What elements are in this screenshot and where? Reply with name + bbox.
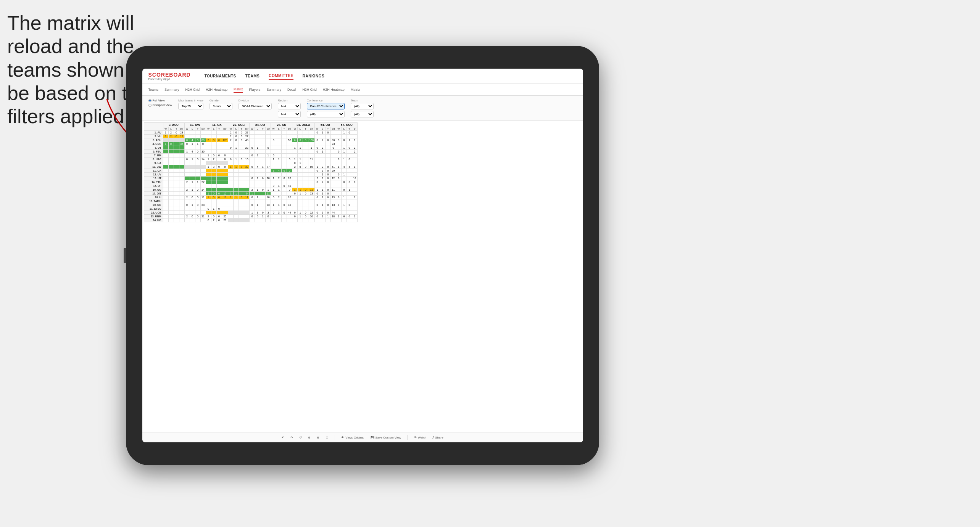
matrix-cell [179, 150, 184, 154]
nav-tournaments[interactable]: TOURNAMENTS [205, 72, 236, 80]
matrix-cell: 23 [330, 142, 336, 146]
matrix-cell [282, 157, 287, 161]
redo-button[interactable]: ↷ [290, 436, 293, 439]
matrix-cell: 1 [320, 188, 325, 192]
sub-tab-h2h-heatmap[interactable]: H2H Heatmap [206, 87, 227, 93]
matrix-cell: 2 [250, 188, 255, 192]
matrix-cell [336, 135, 341, 138]
matrix-cell [276, 146, 282, 150]
sub-tab-h2h-heatmap2[interactable]: H2H Heatmap [323, 87, 345, 93]
matrix-cell [168, 180, 174, 184]
matrix-cell [168, 150, 174, 154]
team-select[interactable]: (All) [351, 103, 374, 109]
full-view-radio[interactable] [148, 99, 152, 102]
matrix-cell [179, 161, 184, 165]
full-view-option[interactable]: Full View [148, 99, 172, 102]
matrix-cell [250, 199, 255, 203]
sub-tab-summary[interactable]: Summary [164, 87, 179, 93]
matrix-cell [211, 131, 216, 135]
gender-select[interactable]: Men's [210, 103, 232, 109]
team-select2[interactable]: (All) [351, 111, 374, 117]
matrix-cell [325, 161, 330, 165]
undo-button[interactable]: ↶ [282, 436, 284, 439]
region-select2[interactable]: N/A [278, 111, 301, 117]
matrix-container[interactable]: 3. ASU 10. UW 11. UA 22. UCB 24. UO 27. … [142, 121, 583, 432]
matrix-cell [222, 161, 228, 165]
matrix-cell [336, 184, 341, 188]
matrix-cell: 1 [292, 146, 298, 150]
matrix-cell: 0 [266, 146, 271, 150]
sub-tab-teams[interactable]: Teams [148, 87, 159, 93]
matrix-cell [347, 211, 352, 215]
table-row: 2. VU1201220027 [144, 135, 357, 138]
sub-tab-summary2[interactable]: Summary [267, 87, 282, 93]
matrix-cell [174, 219, 179, 222]
division-select[interactable]: NCAA Division I [239, 103, 272, 109]
matrix-cell [325, 135, 330, 138]
zoom-out-button[interactable]: ⊖ [308, 436, 311, 439]
table-row: 3. ASU0408050012020048052600160020803011 [144, 138, 357, 142]
compact-view-radio[interactable] [148, 104, 152, 107]
sub-tab-h2h-grid2[interactable]: H2H Grid [302, 87, 317, 93]
matrix-cell [163, 138, 168, 142]
osu-w: W [336, 127, 341, 131]
matrix-cell [234, 215, 239, 219]
matrix-cell [216, 184, 222, 188]
matrix-cell: 1 [163, 135, 168, 138]
matrix-cell [255, 150, 260, 154]
compact-view-option[interactable]: Compact View [148, 103, 172, 107]
matrix-cell: 1 [298, 215, 303, 219]
matrix-cell [163, 177, 168, 180]
matrix-cell [352, 199, 357, 203]
sub-tab-matrix2[interactable]: Matrix [351, 87, 360, 93]
matrix-cell: 0 [195, 138, 200, 142]
matrix-cell: 0 [260, 177, 266, 180]
matrix-cell [184, 173, 190, 177]
matrix-cell [330, 199, 336, 203]
uu-w: W [314, 127, 320, 131]
matrix-cell [292, 169, 298, 173]
sub-tab-matrix[interactable]: Matrix [234, 86, 243, 93]
matrix-cell [330, 173, 336, 177]
matrix-cell [190, 135, 195, 138]
watch-button[interactable]: 👁 Watch [414, 436, 426, 439]
view-original-button[interactable]: 👁 View: Original [341, 436, 364, 439]
save-custom-button[interactable]: 💾 Save Custom View [371, 436, 401, 439]
row-label: 6. FSU [144, 150, 163, 154]
nav-rankings[interactable]: RANKINGS [303, 72, 324, 80]
conference-select2[interactable]: (All) [307, 111, 345, 117]
zoom-in-button[interactable]: ⊕ [317, 436, 319, 439]
max-teams-select[interactable]: Top 25 [178, 103, 203, 109]
nav-teams[interactable]: TEAMS [245, 72, 260, 80]
matrix-cell [298, 199, 303, 203]
share-button[interactable]: ⤴ Share [432, 436, 443, 439]
matrix-cell: 13 [330, 203, 336, 207]
matrix-cell: 0 [184, 138, 190, 142]
asu-t: T [174, 127, 179, 131]
matrix-cell [292, 199, 298, 203]
matrix-cell [292, 196, 298, 199]
refresh-button[interactable]: ↺ [299, 436, 302, 439]
region-select[interactable]: N/A [278, 103, 301, 109]
matrix-cell [266, 169, 271, 173]
sub-tab-h2h-grid[interactable]: H2H Grid [185, 87, 200, 93]
nav-committee[interactable]: COMMITTEE [269, 72, 293, 80]
matrix-cell: 2 [228, 135, 234, 138]
matrix-cell [260, 154, 266, 157]
conference-select[interactable]: Pac-12 Conference [307, 103, 345, 109]
matrix-cell: 0 [216, 138, 222, 142]
timer-button[interactable]: ⏱ [326, 436, 329, 439]
sub-tab-detail[interactable]: Detail [287, 87, 296, 93]
matrix-cell [200, 161, 206, 165]
sub-tab-players[interactable]: Players [249, 87, 261, 93]
uu-t: T [325, 127, 330, 131]
ua-t: T [216, 127, 222, 131]
matrix-cell: 1 [195, 142, 200, 146]
matrix-cell: 1 [276, 203, 282, 207]
matrix-cell: 0 [211, 215, 216, 219]
matrix-cell [216, 188, 222, 192]
matrix-cell [206, 203, 211, 207]
matrix-cell [314, 219, 320, 222]
matrix-cell [239, 215, 244, 219]
matrix-cell [195, 165, 200, 169]
